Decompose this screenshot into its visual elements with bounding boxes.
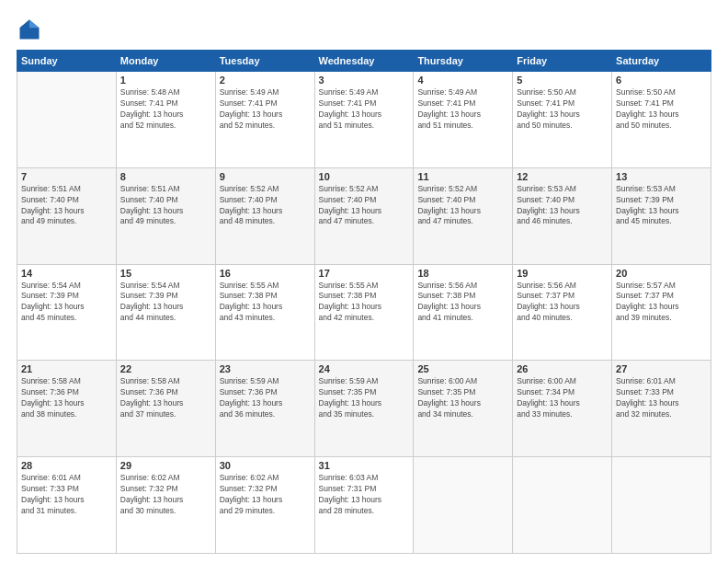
day-info: Sunrise: 6:00 AM Sunset: 7:35 PM Dayligh… [417,376,508,420]
weekday-header-saturday: Saturday [612,51,711,72]
day-info: Sunrise: 5:56 AM Sunset: 7:37 PM Dayligh… [517,281,608,325]
calendar-cell: 18Sunrise: 5:56 AM Sunset: 7:38 PM Dayli… [414,264,513,361]
calendar-cell: 31Sunrise: 6:03 AM Sunset: 7:31 PM Dayli… [314,457,414,554]
calendar-cell [17,72,117,168]
calendar-cell: 29Sunrise: 6:02 AM Sunset: 7:32 PM Dayli… [116,457,215,554]
day-info: Sunrise: 5:52 AM Sunset: 7:40 PM Dayligh… [319,184,410,228]
day-info: Sunrise: 5:54 AM Sunset: 7:39 PM Dayligh… [21,281,112,325]
calendar-cell: 16Sunrise: 5:55 AM Sunset: 7:38 PM Dayli… [215,264,314,361]
day-info: Sunrise: 5:52 AM Sunset: 7:40 PM Dayligh… [220,184,311,228]
logo-icon [17,17,42,42]
day-number: 19 [517,268,608,279]
day-number: 1 [120,75,211,86]
day-info: Sunrise: 6:02 AM Sunset: 7:32 PM Dayligh… [120,473,211,517]
day-number: 13 [616,171,707,182]
calendar-cell [513,457,612,554]
day-info: Sunrise: 5:51 AM Sunset: 7:40 PM Dayligh… [21,184,112,228]
day-number: 29 [120,460,211,471]
day-number: 10 [319,171,410,182]
calendar-cell: 19Sunrise: 5:56 AM Sunset: 7:37 PM Dayli… [513,264,612,361]
calendar-cell: 15Sunrise: 5:54 AM Sunset: 7:39 PM Dayli… [116,264,215,361]
weekday-header-monday: Monday [116,51,215,72]
day-number: 2 [220,75,311,86]
page: SundayMondayTuesdayWednesdayThursdayFrid… [0,0,728,563]
day-info: Sunrise: 5:58 AM Sunset: 7:36 PM Dayligh… [21,376,112,420]
calendar-cell: 6Sunrise: 5:50 AM Sunset: 7:41 PM Daylig… [612,72,711,168]
day-info: Sunrise: 5:49 AM Sunset: 7:41 PM Dayligh… [220,87,311,132]
svg-marker-1 [29,20,40,29]
weekday-header-thursday: Thursday [414,51,513,72]
weekday-header-tuesday: Tuesday [215,51,314,72]
logo [17,17,46,42]
day-info: Sunrise: 5:49 AM Sunset: 7:41 PM Dayligh… [417,87,508,132]
calendar-cell: 21Sunrise: 5:58 AM Sunset: 7:36 PM Dayli… [17,361,117,457]
day-number: 31 [319,460,410,471]
day-number: 21 [21,363,112,374]
day-info: Sunrise: 5:56 AM Sunset: 7:38 PM Dayligh… [417,281,508,325]
day-info: Sunrise: 6:03 AM Sunset: 7:31 PM Dayligh… [319,473,410,517]
day-info: Sunrise: 5:53 AM Sunset: 7:40 PM Dayligh… [517,184,608,228]
calendar-cell: 17Sunrise: 5:55 AM Sunset: 7:38 PM Dayli… [314,264,414,361]
day-info: Sunrise: 5:53 AM Sunset: 7:39 PM Dayligh… [616,184,707,228]
day-info: Sunrise: 5:51 AM Sunset: 7:40 PM Dayligh… [120,184,211,228]
day-info: Sunrise: 5:54 AM Sunset: 7:39 PM Dayligh… [120,281,211,325]
day-info: Sunrise: 5:50 AM Sunset: 7:41 PM Dayligh… [517,87,608,132]
week-row-5: 28Sunrise: 6:01 AM Sunset: 7:33 PM Dayli… [17,457,711,554]
day-number: 18 [417,268,508,279]
day-info: Sunrise: 6:01 AM Sunset: 7:33 PM Dayligh… [21,473,112,517]
calendar-cell: 30Sunrise: 6:02 AM Sunset: 7:32 PM Dayli… [215,457,314,554]
calendar-cell [414,457,513,554]
day-number: 25 [417,363,508,374]
calendar-cell: 1Sunrise: 5:48 AM Sunset: 7:41 PM Daylig… [116,72,215,168]
day-number: 24 [319,363,410,374]
weekday-header-row: SundayMondayTuesdayWednesdayThursdayFrid… [17,51,711,72]
calendar-cell: 23Sunrise: 5:59 AM Sunset: 7:36 PM Dayli… [215,361,314,457]
calendar-cell: 26Sunrise: 6:00 AM Sunset: 7:34 PM Dayli… [513,361,612,457]
calendar-cell: 12Sunrise: 5:53 AM Sunset: 7:40 PM Dayli… [513,167,612,264]
calendar-cell: 24Sunrise: 5:59 AM Sunset: 7:35 PM Dayli… [314,361,414,457]
calendar-cell: 13Sunrise: 5:53 AM Sunset: 7:39 PM Dayli… [612,167,711,264]
day-number: 27 [616,363,707,374]
day-number: 5 [517,75,608,86]
week-row-4: 21Sunrise: 5:58 AM Sunset: 7:36 PM Dayli… [17,361,711,457]
calendar-cell: 2Sunrise: 5:49 AM Sunset: 7:41 PM Daylig… [215,72,314,168]
day-number: 30 [220,460,311,471]
weekday-header-friday: Friday [513,51,612,72]
day-number: 26 [517,363,608,374]
day-info: Sunrise: 6:01 AM Sunset: 7:33 PM Dayligh… [616,376,707,420]
day-number: 28 [21,460,112,471]
day-number: 17 [319,268,410,279]
calendar-cell: 8Sunrise: 5:51 AM Sunset: 7:40 PM Daylig… [116,167,215,264]
day-info: Sunrise: 5:57 AM Sunset: 7:37 PM Dayligh… [616,281,707,325]
calendar-cell: 20Sunrise: 5:57 AM Sunset: 7:37 PM Dayli… [612,264,711,361]
calendar-cell: 5Sunrise: 5:50 AM Sunset: 7:41 PM Daylig… [513,72,612,168]
day-info: Sunrise: 5:59 AM Sunset: 7:36 PM Dayligh… [220,376,311,420]
calendar-cell: 4Sunrise: 5:49 AM Sunset: 7:41 PM Daylig… [414,72,513,168]
calendar-cell: 28Sunrise: 6:01 AM Sunset: 7:33 PM Dayli… [17,457,117,554]
week-row-1: 1Sunrise: 5:48 AM Sunset: 7:41 PM Daylig… [17,72,711,168]
day-info: Sunrise: 6:02 AM Sunset: 7:32 PM Dayligh… [220,473,311,517]
day-number: 9 [220,171,311,182]
calendar-cell: 22Sunrise: 5:58 AM Sunset: 7:36 PM Dayli… [116,361,215,457]
day-number: 15 [120,268,211,279]
day-number: 23 [220,363,311,374]
week-row-2: 7Sunrise: 5:51 AM Sunset: 7:40 PM Daylig… [17,167,711,264]
calendar-cell: 7Sunrise: 5:51 AM Sunset: 7:40 PM Daylig… [17,167,117,264]
day-info: Sunrise: 5:55 AM Sunset: 7:38 PM Dayligh… [319,281,410,325]
calendar-cell: 10Sunrise: 5:52 AM Sunset: 7:40 PM Dayli… [314,167,414,264]
calendar-cell: 14Sunrise: 5:54 AM Sunset: 7:39 PM Dayli… [17,264,117,361]
day-number: 3 [319,75,410,86]
day-info: Sunrise: 5:50 AM Sunset: 7:41 PM Dayligh… [616,87,707,132]
day-number: 12 [517,171,608,182]
calendar-cell: 9Sunrise: 5:52 AM Sunset: 7:40 PM Daylig… [215,167,314,264]
day-info: Sunrise: 5:55 AM Sunset: 7:38 PM Dayligh… [220,281,311,325]
svg-marker-2 [20,20,30,29]
day-info: Sunrise: 6:00 AM Sunset: 7:34 PM Dayligh… [517,376,608,420]
day-info: Sunrise: 5:49 AM Sunset: 7:41 PM Dayligh… [319,87,410,132]
day-info: Sunrise: 5:48 AM Sunset: 7:41 PM Dayligh… [120,87,211,132]
calendar-table: SundayMondayTuesdayWednesdayThursdayFrid… [17,50,711,554]
weekday-header-sunday: Sunday [17,51,117,72]
calendar-cell [612,457,711,554]
day-info: Sunrise: 5:59 AM Sunset: 7:35 PM Dayligh… [319,376,410,420]
day-number: 20 [616,268,707,279]
